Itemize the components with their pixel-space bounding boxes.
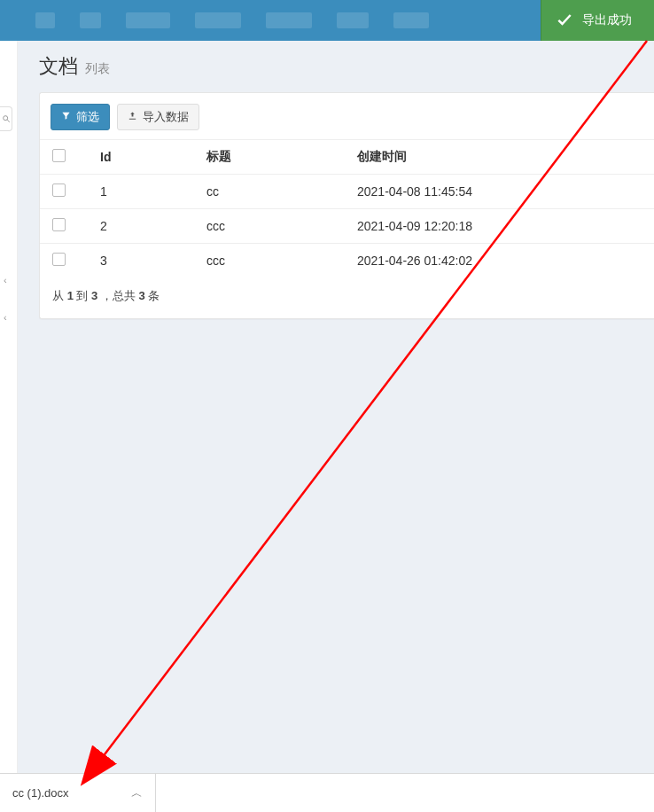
panel-toolbar: 筛选 导入数据 [40, 93, 654, 139]
row-checkbox[interactable] [52, 218, 66, 231]
filter-icon [61, 109, 71, 125]
select-all-checkbox[interactable] [52, 149, 66, 162]
nav-blur-item [35, 12, 55, 28]
cell-id: 1 [93, 175, 199, 209]
cell-id: 3 [93, 244, 199, 278]
cell-id: 2 [93, 209, 199, 244]
col-header-id[interactable]: Id [93, 140, 199, 175]
pager-text: ，总共 [97, 289, 138, 302]
col-header-title[interactable]: 标题 [199, 140, 350, 175]
pager-info: 从 1 到 3 ，总共 3 条 [40, 277, 654, 318]
top-nav-bar: 导出成功 [0, 0, 654, 41]
pager-from: 1 [67, 289, 74, 302]
export-success-toast: 导出成功 [541, 0, 654, 41]
row-checkbox[interactable] [52, 253, 66, 266]
import-button[interactable]: 导入数据 [117, 104, 199, 130]
svg-point-0 [3, 116, 7, 121]
table-body: 1cc2021-04-08 11:45:542ccc2021-04-09 12:… [40, 175, 654, 278]
download-filename: cc (1).docx [12, 786, 69, 800]
svg-line-1 [7, 120, 10, 122]
download-chip[interactable]: cc (1).docx ︿ [0, 774, 156, 813]
main-content: 文档 列表 筛选 导入数据 Id 标题 [18, 41, 654, 773]
nav-blur-item [266, 12, 312, 28]
table-row[interactable]: 2ccc2021-04-09 12:20:18 [40, 209, 654, 244]
pager-text: 到 [74, 289, 91, 302]
cell-title: cc [199, 175, 350, 209]
download-bar: cc (1).docx ︿ [0, 773, 654, 812]
page-subtitle: 列表 [85, 61, 110, 77]
table-row[interactable]: 1cc2021-04-08 11:45:54 [40, 175, 654, 209]
row-checkbox[interactable] [52, 183, 66, 197]
chevron-up-icon[interactable]: ︿ [131, 785, 143, 801]
nav-blur-item [393, 12, 429, 28]
import-button-label: 导入数据 [143, 109, 189, 125]
nav-blur-item [126, 12, 170, 28]
chevron-left-icon[interactable]: ‹ [4, 312, 7, 323]
table-head: Id 标题 创建时间 [40, 140, 654, 175]
nav-blur-item [337, 12, 369, 28]
cell-created-at: 2021-04-26 01:42:02 [350, 244, 654, 278]
nav-blur-item [80, 12, 101, 28]
sidebar-sliver: ‹ ‹ [0, 41, 18, 812]
pager-total: 3 [139, 289, 145, 302]
cell-title: ccc [199, 244, 350, 278]
nav-blur-item [195, 12, 241, 28]
pager-text: 条 [145, 289, 160, 302]
chevron-left-icon[interactable]: ‹ [4, 275, 7, 285]
data-table: Id 标题 创建时间 1cc2021-04-08 11:45:542ccc202… [40, 139, 654, 277]
upload-icon [128, 109, 137, 125]
col-header-created-at[interactable]: 创建时间 [350, 140, 654, 175]
toast-text: 导出成功 [582, 12, 632, 28]
pager-text: 从 [52, 289, 67, 302]
search-icon [2, 112, 11, 126]
filter-button-label: 筛选 [76, 109, 99, 125]
cell-created-at: 2021-04-08 11:45:54 [350, 175, 654, 209]
filter-button[interactable]: 筛选 [51, 104, 110, 130]
page-title: 文档 [39, 53, 78, 80]
list-panel: 筛选 导入数据 Id 标题 创建时间 1cc2021-04-08 11:45:5… [39, 92, 654, 319]
sidebar-search-sliver[interactable] [0, 106, 12, 131]
cell-title: ccc [199, 209, 350, 244]
check-icon [556, 11, 573, 31]
table-row[interactable]: 3ccc2021-04-26 01:42:02 [40, 244, 654, 278]
page-header: 文档 列表 [39, 53, 654, 80]
cell-created-at: 2021-04-09 12:20:18 [350, 209, 654, 244]
